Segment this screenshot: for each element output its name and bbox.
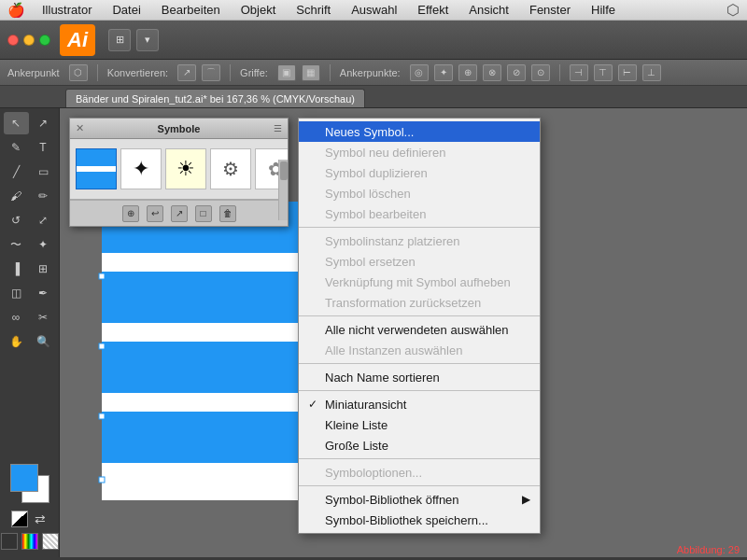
menu-schrift[interactable]: Schrift	[292, 3, 334, 17]
align-btn1[interactable]: ⊣	[570, 64, 588, 81]
menu-illustrator[interactable]: Illustrator	[38, 3, 95, 17]
ctx-symbol-loeschen[interactable]: Symbol löschen	[299, 183, 540, 203]
new-symbol-btn[interactable]: □	[195, 205, 212, 222]
menu-datei[interactable]: Datei	[108, 3, 144, 17]
menu-fenster[interactable]: Fenster	[526, 3, 574, 17]
symbol-tool[interactable]: ✦	[31, 233, 56, 256]
eyedropper-tool[interactable]: ✒	[31, 282, 56, 304]
zoom-tool[interactable]: 🔍	[31, 330, 56, 353]
pen-tool[interactable]: ✎	[4, 136, 29, 159]
graph-tools: ▐ ⊞	[4, 258, 56, 280]
minimize-button[interactable]	[23, 35, 35, 46]
align-btn3[interactable]: ⊢	[618, 64, 637, 81]
ctx-verknuepfung-aufheben[interactable]: Verknüpfung mit Symbol aufheben	[299, 272, 540, 292]
none-fill-icon[interactable]	[11, 511, 28, 527]
symbol-3[interactable]: ☀	[165, 148, 206, 189]
gradient-fill-icon[interactable]	[21, 533, 38, 550]
ankerpunkte-btn3[interactable]: ⊕	[458, 64, 477, 81]
shape-tool[interactable]: ▭	[31, 161, 56, 183]
ctx-symbolinstanz-platzieren[interactable]: Symbolinstanz platzieren	[299, 231, 540, 251]
ctx-miniaturansicht[interactable]: ✓ Miniaturansicht	[299, 394, 540, 414]
column-graph-tool[interactable]: ▐	[4, 258, 29, 280]
ai-logo: Ai	[60, 24, 95, 56]
edit-symbol-btn[interactable]: ↩	[147, 205, 163, 222]
apple-menu[interactable]: 🍎	[7, 2, 25, 19]
foreground-color[interactable]	[10, 464, 38, 492]
pattern-fill-icon[interactable]	[42, 533, 59, 550]
ctx-symbol-bearbeiten[interactable]: Symbol bearbeiten	[299, 203, 540, 224]
color-boxes[interactable]	[10, 464, 49, 503]
ctx-kleine-liste[interactable]: Kleine Liste	[299, 414, 540, 435]
griffe-btn1[interactable]: ▣	[277, 64, 296, 81]
color-mode-icon[interactable]	[1, 533, 18, 550]
canvas-area[interactable]: ✕ Symbole ☰ ✦	[60, 108, 747, 557]
scroll-thumb[interactable]	[280, 161, 288, 180]
symbol-1[interactable]	[76, 148, 117, 189]
menu-hilfe[interactable]: Hilfe	[587, 3, 619, 17]
ctx-symbol-neu-definieren[interactable]: Symbol neu definieren	[299, 142, 540, 162]
symbols-grid: ✦ ☀ ⚙ ✿ ✿	[70, 139, 288, 200]
ankerpunkte-btn4[interactable]: ⊗	[483, 64, 501, 81]
ctx-alle-instanzen[interactable]: Alle Instanzen auswählen	[299, 340, 540, 360]
pencil-tool[interactable]: ✏	[31, 185, 56, 207]
break-link-btn[interactable]: ↗	[171, 205, 188, 222]
ctx-symboloptionen[interactable]: Symboloptionen...	[299, 462, 540, 483]
line-tool[interactable]: ╱	[4, 161, 29, 183]
ankerpunkt-btn1[interactable]: ⬡	[69, 64, 88, 81]
ankerpunkte-btn6[interactable]: ⊙	[531, 64, 550, 81]
paintbrush-tool[interactable]: 🖌	[4, 185, 29, 207]
ctx-bibliothek-speichern[interactable]: Symbol-Bibliothek speichern...	[299, 510, 540, 530]
konvertieren-btn2[interactable]: ⌒	[202, 64, 220, 81]
swap-colors-icon[interactable]: ⇄	[32, 511, 49, 527]
panel-close-btn[interactable]: ✕	[76, 123, 84, 133]
warp-tool[interactable]: 〜	[4, 233, 29, 256]
ankerpunkte-btn2[interactable]: ✦	[434, 64, 453, 81]
separator4	[559, 64, 560, 81]
selection-tool[interactable]: ↖	[4, 112, 29, 134]
maximize-button[interactable]	[39, 35, 50, 46]
ctx-bibliothek-oeffnen[interactable]: Symbol-Bibliothek öffnen ▶	[299, 489, 540, 510]
ctx-neues-symbol[interactable]: Neues Symbol...	[299, 121, 540, 142]
scale-tool[interactable]: ⤢	[31, 209, 56, 231]
ctx-transformation-zuruecksetzen[interactable]: Transformation zurücksetzen	[299, 292, 540, 313]
symbol-2[interactable]: ✦	[120, 148, 162, 189]
divider-2	[299, 315, 540, 316]
konvertieren-btn1[interactable]: ↗	[177, 64, 196, 81]
tools-panel: ↖ ↗ ✎ T ╱ ▭ 🖌 ✏ ↺ ⤢ 〜 ✦ ▐ ⊞ ◫ ✒	[0, 108, 60, 557]
menu-effekt[interactable]: Effekt	[414, 3, 452, 17]
ctx-grosse-liste[interactable]: Große Liste	[299, 435, 540, 455]
hand-tool[interactable]: ✋	[4, 330, 29, 353]
ankerpunkte-btn5[interactable]: ⊘	[507, 64, 526, 81]
blend-tool[interactable]: ∞	[4, 306, 29, 329]
document-tab[interactable]: Bänder und Spiralen_tut2.ai* bei 167,36 …	[65, 89, 365, 107]
rotate-tool[interactable]: ↺	[4, 209, 29, 231]
place-symbol-btn[interactable]: ⊕	[122, 205, 139, 222]
ctx-symbol-duplizieren[interactable]: Symbol duplizieren	[299, 162, 540, 183]
griffe-btn2[interactable]: ▦	[302, 64, 320, 81]
svg-rect-7	[99, 273, 105, 279]
menu-auswahl[interactable]: Auswahl	[347, 3, 401, 17]
symbol-4[interactable]: ⚙	[210, 148, 251, 189]
arrange-btn[interactable]: ▾	[136, 29, 159, 51]
gradient-tool[interactable]: ◫	[4, 282, 29, 304]
tab-label: Bänder und Spiralen_tut2.ai* bei 167,36 …	[76, 93, 355, 105]
mesh-tool[interactable]: ⊞	[31, 258, 56, 280]
type-tool[interactable]: T	[31, 136, 56, 159]
menu-objekt[interactable]: Objekt	[237, 3, 280, 17]
ctx-symbol-ersetzen[interactable]: Symbol ersetzen	[299, 251, 540, 272]
align-btn4[interactable]: ⊥	[642, 64, 661, 81]
close-button[interactable]	[7, 35, 19, 46]
menu-bearbeiten[interactable]: Bearbeiten	[158, 3, 224, 17]
ctx-alle-nicht-verwendeten[interactable]: Alle nicht verwendeten auswählen	[299, 319, 540, 340]
ankerpunkte-btn1[interactable]: ◎	[410, 64, 429, 81]
align-btn2[interactable]: ⊤	[594, 64, 613, 81]
menu-ansicht[interactable]: Ansicht	[465, 3, 513, 17]
delete-symbol-btn[interactable]: 🗑	[219, 205, 236, 222]
ctx-nach-name-sortieren[interactable]: Nach Name sortieren	[299, 367, 540, 387]
scissors-tool[interactable]: ✂	[31, 306, 56, 329]
document-icon-btn[interactable]: ⊞	[108, 29, 131, 51]
panel-scrollbar[interactable]	[278, 160, 288, 220]
panel-menu-btn[interactable]: ☰	[274, 123, 282, 133]
direct-select-tool[interactable]: ↗	[31, 112, 56, 134]
ankerpunkte-label: Ankerpunkte:	[340, 67, 401, 78]
